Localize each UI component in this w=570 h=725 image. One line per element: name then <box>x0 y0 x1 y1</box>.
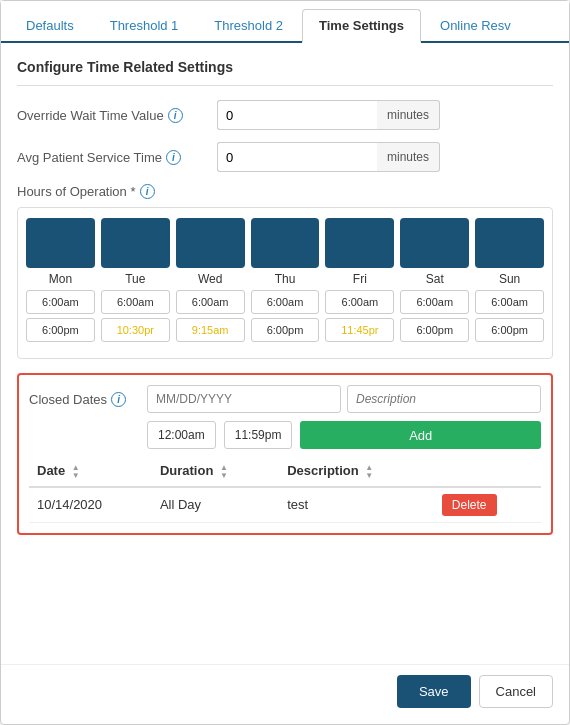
day-label-thu: Thu <box>275 272 296 286</box>
hours-info-icon[interactable]: i <box>140 184 155 199</box>
description-sort-icon <box>365 464 373 480</box>
row-date: 10/14/2020 <box>29 487 152 523</box>
close-time-wed[interactable]: 9:15am <box>176 318 245 342</box>
day-label-sun: Sun <box>499 272 520 286</box>
table-header-date[interactable]: Date <box>29 457 152 487</box>
avg-service-suffix: minutes <box>377 142 440 172</box>
hours-container: Mon 6:00am 6:00pm Tue 6:00am 10:30pr Wed… <box>17 207 553 359</box>
close-time-mon[interactable]: 6:00pm <box>26 318 95 342</box>
day-button-sun[interactable] <box>475 218 544 268</box>
close-time-sun[interactable]: 6:00pm <box>475 318 544 342</box>
day-button-thu[interactable] <box>251 218 320 268</box>
closed-dates-inputs <box>147 385 541 413</box>
tab-bar: Defaults Threshold 1 Threshold 2 Time Se… <box>1 1 569 43</box>
open-time-sun[interactable]: 6:00am <box>475 290 544 314</box>
open-time-thu[interactable]: 6:00am <box>251 290 320 314</box>
row-description: test <box>279 487 434 523</box>
section-header: Configure Time Related Settings <box>17 59 553 86</box>
avg-service-label: Avg Patient Service Time i <box>17 150 217 165</box>
day-col-thu: Thu 6:00am 6:00pm <box>251 218 320 342</box>
closed-end-time-button[interactable]: 11:59pm <box>224 421 293 449</box>
avg-service-input[interactable] <box>217 142 377 172</box>
closed-date-input[interactable] <box>147 385 341 413</box>
row-duration: All Day <box>152 487 279 523</box>
override-wait-suffix: minutes <box>377 100 440 130</box>
close-time-fri[interactable]: 11:45pr <box>325 318 394 342</box>
tab-defaults[interactable]: Defaults <box>9 9 91 41</box>
table-header-description[interactable]: Description <box>279 457 434 487</box>
closed-dates-table: Date Duration Description <box>29 457 541 523</box>
open-time-wed[interactable]: 6:00am <box>176 290 245 314</box>
main-window: Defaults Threshold 1 Threshold 2 Time Se… <box>0 0 570 725</box>
day-col-tue: Tue 6:00am 10:30pr <box>101 218 170 342</box>
open-time-fri[interactable]: 6:00am <box>325 290 394 314</box>
closed-dates-time-row: 12:00am 11:59pm Add <box>29 421 541 449</box>
open-time-mon[interactable]: 6:00am <box>26 290 95 314</box>
table-header-actions <box>434 457 541 487</box>
table-row: 10/14/2020 All Day test Delete <box>29 487 541 523</box>
date-sort-icon <box>72 464 80 480</box>
day-col-wed: Wed 6:00am 9:15am <box>176 218 245 342</box>
avg-service-input-group: minutes <box>217 142 440 172</box>
day-col-sun: Sun 6:00am 6:00pm <box>475 218 544 342</box>
tab-time-settings[interactable]: Time Settings <box>302 9 421 43</box>
tab-threshold2[interactable]: Threshold 2 <box>197 9 300 41</box>
day-button-fri[interactable] <box>325 218 394 268</box>
closed-start-time-button[interactable]: 12:00am <box>147 421 216 449</box>
day-label-wed: Wed <box>198 272 222 286</box>
open-time-tue[interactable]: 6:00am <box>101 290 170 314</box>
override-wait-label: Override Wait Time Value i <box>17 108 217 123</box>
day-button-sat[interactable] <box>400 218 469 268</box>
override-wait-input[interactable] <box>217 100 377 130</box>
override-wait-input-group: minutes <box>217 100 440 130</box>
avg-service-row: Avg Patient Service Time i minutes <box>17 142 553 172</box>
day-col-mon: Mon 6:00am 6:00pm <box>26 218 95 342</box>
day-label-mon: Mon <box>49 272 72 286</box>
day-label-tue: Tue <box>125 272 145 286</box>
day-button-wed[interactable] <box>176 218 245 268</box>
duration-sort-icon <box>220 464 228 480</box>
footer: Save Cancel <box>1 664 569 724</box>
closed-dates-header-row: Closed Dates i <box>29 385 541 413</box>
open-time-sat[interactable]: 6:00am <box>400 290 469 314</box>
close-time-sat[interactable]: 6:00pm <box>400 318 469 342</box>
day-button-mon[interactable] <box>26 218 95 268</box>
day-button-tue[interactable] <box>101 218 170 268</box>
tab-online-resv[interactable]: Online Resv <box>423 9 528 41</box>
closed-description-input[interactable] <box>347 385 541 413</box>
override-wait-info-icon[interactable]: i <box>168 108 183 123</box>
closed-dates-info-icon[interactable]: i <box>111 392 126 407</box>
cancel-button[interactable]: Cancel <box>479 675 553 708</box>
closed-dates-section: Closed Dates i 12:00am 11:59pm Add <box>17 373 553 535</box>
tab-threshold1[interactable]: Threshold 1 <box>93 9 196 41</box>
add-closed-date-button[interactable]: Add <box>300 421 541 449</box>
day-buttons-row: Mon 6:00am 6:00pm Tue 6:00am 10:30pr Wed… <box>26 218 544 342</box>
table-header-duration[interactable]: Duration <box>152 457 279 487</box>
delete-button[interactable]: Delete <box>442 494 497 516</box>
day-label-fri: Fri <box>353 272 367 286</box>
row-actions: Delete <box>434 487 541 523</box>
day-col-fri: Fri 6:00am 11:45pr <box>325 218 394 342</box>
content-area: Configure Time Related Settings Override… <box>1 43 569 664</box>
day-label-sat: Sat <box>426 272 444 286</box>
day-col-sat: Sat 6:00am 6:00pm <box>400 218 469 342</box>
close-time-thu[interactable]: 6:00pm <box>251 318 320 342</box>
avg-service-info-icon[interactable]: i <box>166 150 181 165</box>
hours-label: Hours of Operation * i <box>17 184 553 199</box>
close-time-tue[interactable]: 10:30pr <box>101 318 170 342</box>
save-button[interactable]: Save <box>397 675 471 708</box>
closed-dates-label: Closed Dates i <box>29 392 139 407</box>
override-wait-row: Override Wait Time Value i minutes <box>17 100 553 130</box>
